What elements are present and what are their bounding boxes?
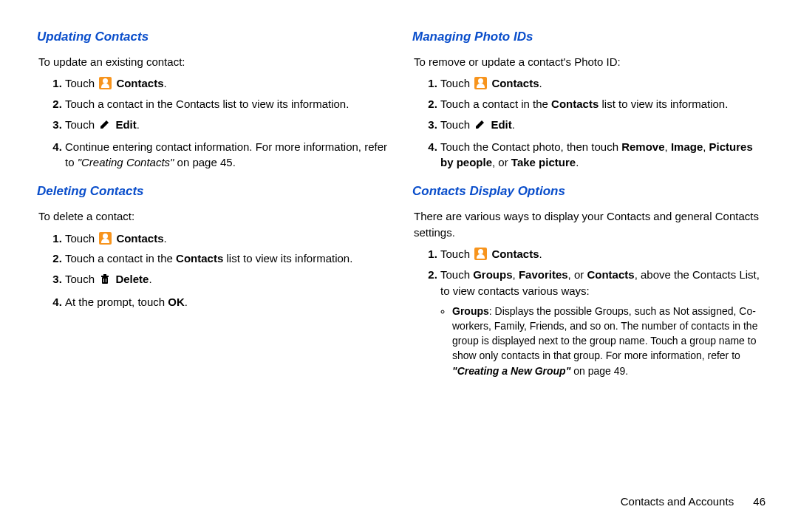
edit-icon [99, 118, 111, 134]
page-columns: Updating Contacts To update an existing … [37, 28, 765, 390]
svg-rect-3 [103, 279, 104, 282]
list-item: Touch a contact in the Contacts list to … [65, 250, 390, 267]
list-item: Touch Edit. [65, 117, 390, 134]
delete-icon [99, 273, 111, 290]
step-text: Touch a contact in the [65, 252, 176, 265]
list-item: Touch Contacts. [440, 75, 765, 92]
bold-text: OK [168, 296, 185, 308]
svg-rect-2 [103, 274, 106, 276]
right-column: Managing Photo IDs To remove or update a… [412, 28, 765, 390]
bold-text: Delete [115, 273, 149, 285]
steps-list-deleting: Touch Contacts. Touch a contact in the C… [37, 231, 390, 310]
step-text: list to view its information. [223, 252, 352, 265]
bullet-text: on page 49. [570, 365, 628, 377]
list-item: Touch the Contact photo, then touch Remo… [440, 139, 765, 171]
step-text: . [512, 118, 515, 131]
bullet-text: : Displays the possible Groups, such as … [452, 305, 757, 362]
step-text: . [164, 77, 167, 89]
steps-list-display-options: Touch Contacts. Touch Groups, Favorites,… [412, 246, 765, 378]
svg-rect-1 [101, 276, 109, 277]
contacts-icon [474, 248, 487, 260]
heading-deleting-contacts: Deleting Contacts [37, 183, 390, 201]
left-column: Updating Contacts To update an existing … [37, 28, 390, 390]
bold-text: Contacts [587, 268, 634, 281]
bold-text: Edit [115, 118, 136, 131]
step-text: Touch the Contact photo, then touch [440, 140, 621, 153]
step-text: . [164, 232, 167, 245]
step-text: . [137, 118, 140, 131]
step-text: Touch [65, 232, 98, 245]
heading-updating-contacts: Updating Contacts [37, 28, 390, 47]
edit-icon [474, 118, 486, 134]
svg-rect-0 [102, 277, 108, 284]
list-item: Touch Delete. [65, 271, 390, 290]
svg-rect-4 [106, 279, 106, 282]
step-text: , [665, 140, 671, 153]
bold-text: Contacts [116, 232, 163, 245]
bold-text: Contacts [116, 77, 163, 89]
contacts-icon [99, 77, 112, 89]
step-text: Touch [440, 118, 473, 131]
list-item: At the prompt, touch OK. [65, 294, 390, 310]
list-item: Continue entering contact information. F… [65, 139, 390, 171]
bold-text: Contacts [176, 252, 223, 265]
step-text: Touch [440, 248, 473, 260]
lead-text: To delete a contact: [38, 208, 390, 225]
list-item: Touch Contacts. [65, 75, 390, 92]
step-text: Touch a contact in the [440, 98, 551, 110]
bold-text: Contacts [551, 98, 598, 110]
list-item: Touch Groups, Favorites, or Contacts, ab… [440, 267, 765, 378]
heading-contacts-display-options: Contacts Display Options [412, 183, 765, 201]
step-text: Touch [440, 77, 473, 89]
reference-text: "Creating a New Group" [452, 365, 570, 377]
step-text: , [513, 268, 519, 281]
page-number: 46 [753, 495, 765, 508]
reference-text: "Creating Contacts" [78, 156, 174, 168]
bold-text: Contacts [491, 248, 539, 260]
bold-text: Groups [473, 268, 512, 281]
bold-text: Contacts [491, 77, 539, 89]
contacts-icon [99, 232, 112, 245]
step-text: Touch [440, 268, 473, 281]
bold-text: Take picture [511, 156, 576, 168]
list-item: Touch Contacts. [65, 231, 390, 247]
step-text: Touch [65, 273, 98, 285]
bold-text: Remove [621, 140, 664, 153]
step-text: , [703, 140, 709, 153]
bold-text: Image [671, 140, 703, 153]
step-text: . [576, 156, 579, 168]
list-item: Touch a contact in the Contacts list to … [65, 96, 390, 112]
step-text: . [539, 248, 542, 260]
list-item: Touch Contacts. [440, 246, 765, 262]
sub-bullets: Groups: Displays the possible Groups, su… [440, 304, 765, 378]
step-text: Touch [65, 77, 98, 89]
lead-text: To remove or update a contact's Photo ID… [414, 54, 765, 70]
steps-list-photo-ids: Touch Contacts. Touch a contact in the C… [412, 75, 765, 171]
lead-text: To update an existing contact: [38, 54, 390, 70]
step-text: At the prompt, touch [65, 296, 168, 308]
bold-text: Favorites [519, 268, 568, 281]
step-text: , or [568, 268, 587, 281]
page-footer: Contacts and Accounts 46 [621, 494, 765, 510]
step-text: . [539, 77, 542, 89]
chapter-title: Contacts and Accounts [621, 495, 734, 508]
list-item: Touch Edit. [440, 117, 765, 134]
step-text: . [185, 296, 188, 308]
step-text: , or [492, 156, 511, 168]
step-text: . [149, 273, 151, 285]
steps-list-updating: Touch Contacts. Touch a contact in the C… [37, 75, 390, 171]
list-item: Touch a contact in the Contacts list to … [440, 96, 765, 112]
step-text: on page 45. [174, 156, 235, 168]
bold-text: Edit [491, 118, 511, 131]
bold-text: Groups [452, 305, 489, 317]
step-text: list to view its information. [598, 98, 728, 110]
contacts-icon [474, 77, 487, 89]
step-text: Touch [65, 118, 98, 131]
lead-text: There are various ways to display your C… [414, 208, 765, 241]
heading-managing-photo-ids: Managing Photo IDs [412, 28, 765, 47]
bullet-item: Groups: Displays the possible Groups, su… [452, 304, 765, 378]
